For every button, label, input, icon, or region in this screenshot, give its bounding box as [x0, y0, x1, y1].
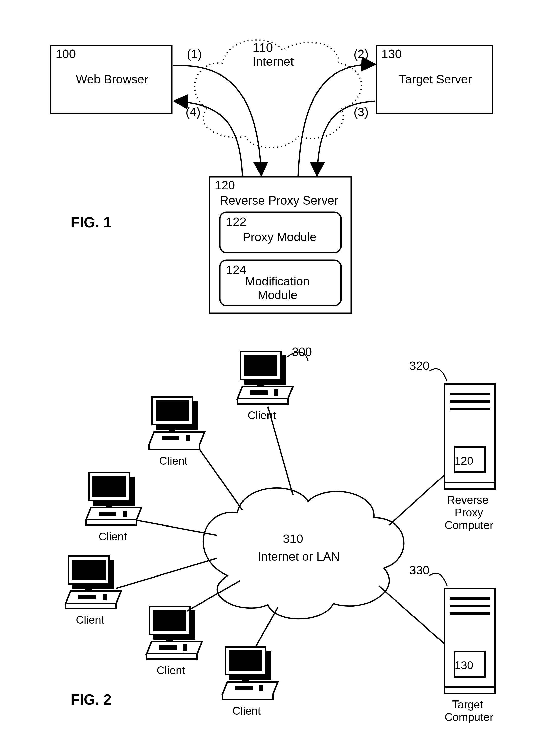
reverse-proxy-refnum: 320	[409, 359, 429, 372]
target-link	[379, 586, 444, 644]
client-6-link	[255, 607, 278, 648]
fig2-title: FIG. 2	[71, 691, 112, 708]
figure-1: 110 Internet 100 Web Browser 130 Target …	[51, 40, 493, 313]
flow-2-label: (2)	[354, 47, 368, 61]
client-ref: 300	[292, 345, 312, 359]
web-browser-ref: 100	[56, 47, 76, 61]
client-2-label: Client	[159, 454, 188, 467]
internet-ref: 110	[253, 41, 273, 54]
target-badge: 130	[455, 659, 473, 671]
revproxy-link	[389, 475, 444, 525]
revproxy-l3: Computer	[444, 519, 493, 531]
client-1	[237, 351, 293, 404]
client-3-label: Client	[99, 530, 127, 543]
client-6-label: Client	[233, 705, 261, 717]
figure-2: 310 Internet or LAN Client 300 Client Cl…	[66, 345, 495, 723]
fig1-title: FIG. 1	[71, 214, 112, 230]
reverse-proxy-label: Reverse Proxy Server	[220, 194, 338, 207]
revproxy-ref-lead	[429, 369, 447, 381]
reverse-proxy-computer	[444, 384, 495, 489]
client-5	[146, 607, 202, 659]
target-refnum: 330	[409, 564, 429, 577]
client-4-label: Client	[76, 614, 104, 626]
proxy-module-ref: 122	[226, 215, 246, 228]
cloud-label: Internet or LAN	[258, 550, 340, 563]
target-server-ref: 130	[381, 47, 402, 61]
client-1-link	[268, 407, 293, 495]
client-3-link	[136, 520, 217, 535]
flow-3-label: (3)	[354, 105, 368, 119]
client-2-link	[200, 449, 242, 510]
flow-1	[173, 65, 261, 176]
flow-1-label: (1)	[187, 47, 202, 61]
flow-2	[298, 64, 375, 176]
target-computer	[444, 588, 495, 693]
reverse-proxy-ref: 120	[215, 179, 235, 192]
flow-4-label: (4)	[186, 105, 201, 119]
mod-module-ref: 124	[226, 263, 246, 277]
client-3	[86, 473, 141, 525]
reverse-proxy-badge: 120	[455, 454, 473, 467]
mod-module-label2: Module	[258, 288, 297, 302]
target-server-label: Target Server	[399, 73, 472, 86]
mod-module-label1: Modification	[245, 275, 310, 288]
web-browser-label: Web Browser	[76, 73, 148, 86]
proxy-module-label: Proxy Module	[242, 230, 317, 244]
flow-4	[174, 101, 242, 176]
target-ref-lead	[429, 573, 447, 586]
revproxy-l2: Proxy	[455, 506, 483, 519]
client-4-link	[116, 558, 217, 588]
revproxy-l1: Reverse	[447, 494, 488, 506]
client-4	[66, 556, 121, 609]
client-2	[149, 397, 205, 449]
cloud-ref: 310	[283, 532, 303, 545]
target-l2: Computer	[444, 711, 493, 723]
internet-label: Internet	[253, 55, 294, 68]
target-l1: Target	[452, 698, 483, 711]
client-6	[222, 647, 278, 699]
client-5-label: Client	[157, 664, 185, 676]
